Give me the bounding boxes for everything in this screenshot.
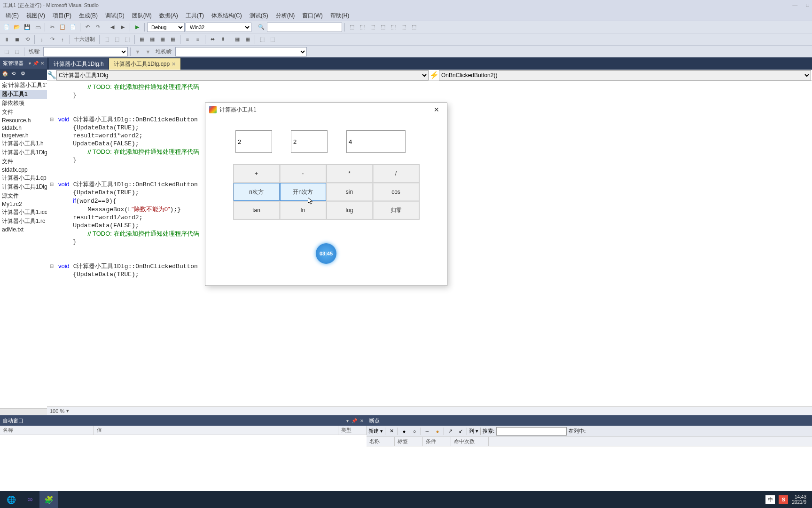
- op-button-n次方[interactable]: n次方: [234, 183, 280, 201]
- tb-icon-4[interactable]: ⬚: [378, 23, 388, 32]
- thread-select[interactable]: [43, 47, 128, 56]
- bp-col-name[interactable]: 名称: [367, 437, 395, 446]
- tb-icon-2[interactable]: ⬚: [358, 23, 367, 32]
- tree-item[interactable]: 源文件: [0, 191, 47, 200]
- menu-item[interactable]: 数据(A): [156, 11, 182, 21]
- editor-tab[interactable]: 计算器小工具1Dlg.h: [49, 58, 109, 70]
- menu-item[interactable]: 团队(M): [128, 11, 156, 21]
- tree-item[interactable]: 计算器小工具1.cp: [0, 174, 47, 183]
- save-all-icon[interactable]: 🗃: [33, 23, 42, 32]
- tree-item[interactable]: 文件: [0, 157, 47, 166]
- menu-item[interactable]: 体系结构(C): [208, 11, 246, 21]
- op-button-归零[interactable]: 归零: [373, 201, 419, 219]
- dialog-close-button[interactable]: ✕: [430, 105, 443, 114]
- align-icon-1[interactable]: ≡: [183, 35, 192, 44]
- vs-icon[interactable]: ∞: [21, 491, 39, 508]
- step-out-icon[interactable]: ↑: [58, 35, 67, 44]
- bp-toggle-icon[interactable]: ●: [400, 427, 408, 436]
- menu-item[interactable]: 生成(B): [75, 11, 102, 21]
- layout-icon-3[interactable]: ▦: [158, 35, 167, 44]
- window-icon-3[interactable]: ⬚: [123, 35, 132, 44]
- dialog-titlebar[interactable]: 计算器小工具1 ✕: [205, 103, 447, 116]
- autos-close-icon[interactable]: ✕: [360, 418, 364, 423]
- layout-icon-4[interactable]: ▦: [168, 35, 178, 44]
- platform-select[interactable]: Win32: [186, 23, 251, 32]
- menu-item[interactable]: 辑(E): [2, 11, 23, 21]
- sogou-indicator[interactable]: S: [779, 495, 788, 504]
- tree-item[interactable]: 计算器小工具1.rc: [0, 217, 47, 226]
- bp-columns-button[interactable]: 列 ▾: [469, 428, 478, 435]
- autos-col-name[interactable]: 名称: [0, 426, 94, 435]
- chrome-icon[interactable]: 🌐: [2, 491, 21, 508]
- taskbar-time[interactable]: 14:43 2021/9: [792, 494, 806, 505]
- config-select[interactable]: Debug: [147, 23, 185, 32]
- bp-col-hits[interactable]: 命中次数: [451, 437, 489, 446]
- menu-item[interactable]: 项目(P): [49, 11, 75, 21]
- tree-item[interactable]: stdafx.h: [0, 124, 47, 132]
- refresh-icon[interactable]: ⟲: [11, 71, 19, 78]
- zoom-level[interactable]: 100 %: [50, 408, 64, 414]
- undo-icon[interactable]: ↶: [83, 23, 92, 32]
- op-button-+[interactable]: +: [234, 165, 280, 183]
- paste-icon[interactable]: 📄: [68, 23, 78, 32]
- bp-delete-icon[interactable]: ✕: [387, 427, 396, 436]
- tab-icon-1[interactable]: ⬚: [258, 35, 267, 44]
- tree-item[interactable]: adMe.txt: [0, 226, 47, 233]
- save-icon[interactable]: 💾: [23, 23, 32, 32]
- menu-item[interactable]: 窗口(W): [298, 11, 326, 21]
- autos-menu-icon[interactable]: ▾: [346, 418, 349, 423]
- op-button-ln[interactable]: ln: [280, 201, 326, 219]
- debug-stop-icon[interactable]: ⏹: [12, 35, 22, 44]
- ime-indicator[interactable]: 中: [765, 495, 775, 504]
- tab-icon-2[interactable]: ⬚: [268, 35, 277, 44]
- tree-item[interactable]: 案'计算器小工具1'(: [0, 81, 47, 90]
- stack-select[interactable]: [175, 47, 307, 56]
- tree-item[interactable]: stdafx.cpp: [0, 166, 47, 174]
- result-input[interactable]: [346, 130, 406, 153]
- debug-restart-icon[interactable]: ⟲: [23, 35, 32, 44]
- op-button-开n次方[interactable]: 开n次方: [280, 183, 326, 201]
- tree-item[interactable]: 计算器小工具1Dlg: [0, 148, 47, 157]
- thread-icon[interactable]: ⬚: [12, 47, 22, 56]
- tree-item[interactable]: 文件: [0, 108, 47, 117]
- op-button-/[interactable]: /: [373, 165, 419, 183]
- tree-item[interactable]: My1.rc2: [0, 200, 47, 208]
- menu-item[interactable]: 工具(T): [182, 11, 208, 21]
- tree-scrollbar[interactable]: [0, 408, 47, 415]
- debug-pause-icon[interactable]: ⏸: [2, 35, 11, 44]
- bp-goto-icon[interactable]: →: [423, 427, 431, 436]
- layout-icon-2[interactable]: ▦: [148, 35, 157, 44]
- step-over-icon[interactable]: ↷: [47, 35, 57, 44]
- bp-col-cond[interactable]: 条件: [423, 437, 451, 446]
- minimize-button[interactable]: —: [792, 2, 797, 8]
- bp-search-input[interactable]: [496, 427, 567, 436]
- tree-item[interactable]: 器小工具1: [0, 90, 47, 99]
- flag-icon[interactable]: ▼: [133, 47, 142, 56]
- tb-icon-7[interactable]: ⬚: [409, 23, 419, 32]
- op-button-cos[interactable]: cos: [373, 183, 419, 201]
- cut-icon[interactable]: ✂: [47, 23, 57, 32]
- step-into-icon[interactable]: ↓: [37, 35, 47, 44]
- nav-back-icon[interactable]: ◀: [108, 23, 117, 32]
- size-icon-2[interactable]: ⬍: [218, 35, 227, 44]
- op-button-log[interactable]: log: [327, 201, 373, 219]
- editor-tab[interactable]: 计算器小工具1Dlg.cpp✕: [109, 58, 181, 70]
- menu-item[interactable]: 分析(N): [272, 11, 299, 21]
- bp-col-label[interactable]: 标签: [395, 437, 423, 446]
- autos-col-type[interactable]: 类型: [338, 426, 367, 435]
- op-button-tan[interactable]: tan: [234, 201, 280, 219]
- operand2-input[interactable]: [291, 130, 328, 153]
- maximize-button[interactable]: □: [806, 2, 809, 8]
- window-icon-1[interactable]: ⬚: [102, 35, 111, 44]
- tab-close-icon[interactable]: ✕: [172, 61, 176, 67]
- home-icon[interactable]: 🏠: [2, 71, 9, 78]
- autos-col-value[interactable]: 值: [94, 426, 338, 435]
- operand1-input[interactable]: [235, 130, 272, 153]
- redo-icon[interactable]: ↷: [93, 23, 102, 32]
- class-select[interactable]: C计算器小工具1Dlg: [56, 70, 429, 80]
- tree-item[interactable]: 计算器小工具1.ico: [0, 208, 47, 217]
- tb-icon-5[interactable]: ⬚: [389, 23, 398, 32]
- props-icon[interactable]: ⚙: [21, 71, 28, 78]
- grid-icon-1[interactable]: ▦: [233, 35, 242, 44]
- quick-search[interactable]: [267, 23, 342, 32]
